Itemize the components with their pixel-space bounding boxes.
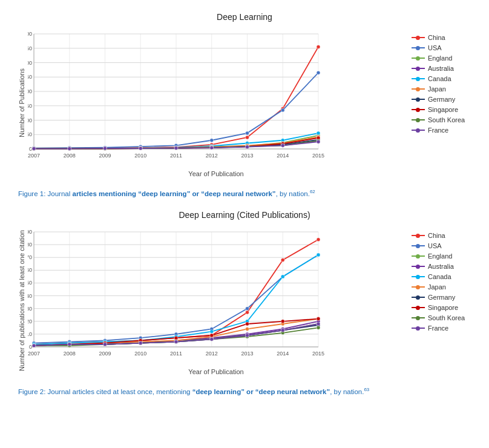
- svg-text:0: 0: [29, 146, 32, 152]
- svg-point-254: [210, 337, 214, 341]
- svg-point-255: [246, 334, 249, 337]
- svg-point-125: [246, 145, 249, 149]
- svg-point-55: [317, 71, 320, 74]
- svg-text:2008: 2008: [64, 153, 76, 159]
- svg-point-121: [103, 147, 107, 150]
- chart2-y-label: Number of publications with at least one…: [18, 230, 25, 371]
- legend-item: South Korea: [412, 116, 471, 124]
- svg-point-119: [32, 147, 36, 151]
- svg-point-257: [317, 322, 320, 326]
- svg-text:400: 400: [28, 31, 32, 37]
- svg-point-120: [68, 147, 71, 151]
- svg-point-176: [317, 238, 320, 242]
- svg-point-127: [317, 140, 320, 143]
- svg-text:2009: 2009: [99, 153, 111, 159]
- svg-point-256: [281, 329, 284, 332]
- svg-text:50: 50: [28, 280, 32, 286]
- legend-item: England: [412, 252, 471, 260]
- svg-point-238: [281, 320, 284, 323]
- svg-point-251: [103, 343, 107, 346]
- figure-caption: Figure 2: Journal articles cited at leas…: [18, 386, 471, 397]
- chart2-x-label: Year of Publication: [28, 368, 404, 375]
- chart1-container: Deep Learning Number of Publications 050…: [18, 12, 471, 177]
- svg-text:250: 250: [28, 74, 32, 80]
- svg-point-44: [246, 136, 249, 139]
- svg-text:2013: 2013: [241, 351, 253, 357]
- legend-item: China: [412, 34, 471, 41]
- legend-item: Germany: [412, 96, 471, 103]
- svg-text:2012: 2012: [206, 351, 218, 357]
- svg-text:90: 90: [28, 229, 32, 235]
- svg-point-54: [281, 108, 284, 112]
- svg-text:2013: 2013: [241, 153, 253, 159]
- svg-point-53: [246, 131, 249, 135]
- legend-item: Australia: [412, 263, 471, 270]
- legend-item: USA: [412, 44, 471, 51]
- svg-text:2009: 2009: [99, 351, 111, 357]
- legend-item: Singapore: [412, 106, 471, 113]
- svg-point-249: [32, 344, 36, 348]
- svg-text:2015: 2015: [312, 153, 324, 159]
- svg-text:2010: 2010: [134, 351, 146, 357]
- legend-item: Canada: [412, 75, 471, 82]
- svg-point-183: [246, 307, 249, 311]
- legend-item: South Korea: [412, 314, 471, 321]
- svg-point-46: [317, 45, 320, 48]
- svg-point-250: [68, 343, 71, 346]
- svg-point-124: [210, 146, 214, 150]
- legend-item: Japan: [412, 283, 471, 291]
- legend-item: Singapore: [412, 304, 471, 311]
- svg-text:2010: 2010: [134, 153, 146, 159]
- svg-text:10: 10: [28, 331, 32, 337]
- legend-item: Australia: [412, 65, 471, 72]
- svg-text:150: 150: [28, 103, 32, 109]
- svg-point-209: [210, 330, 214, 334]
- svg-text:0: 0: [29, 344, 32, 350]
- chart1-y-label: Number of Publications: [18, 68, 25, 137]
- chart1-area: Number of Publications 05010015020025030…: [18, 28, 471, 177]
- chart1-title: Deep Learning: [18, 12, 471, 22]
- svg-text:40: 40: [28, 293, 32, 299]
- svg-point-235: [174, 336, 178, 340]
- svg-text:2014: 2014: [277, 153, 289, 159]
- svg-point-126: [281, 143, 284, 147]
- svg-text:20: 20: [28, 318, 32, 324]
- svg-text:70: 70: [28, 254, 32, 260]
- svg-text:300: 300: [28, 60, 32, 66]
- chart2-container: Deep Learning (Cited Publications) Numbe…: [18, 210, 471, 375]
- svg-text:2007: 2007: [28, 351, 40, 357]
- svg-text:2007: 2007: [28, 153, 40, 159]
- svg-point-252: [139, 341, 142, 345]
- svg-text:2008: 2008: [64, 351, 76, 357]
- legend-item: France: [412, 127, 471, 134]
- chart1-x-label: Year of Publication: [28, 170, 404, 177]
- legend-item: China: [412, 232, 471, 239]
- svg-point-239: [317, 317, 320, 321]
- svg-point-248: [317, 326, 320, 329]
- svg-point-122: [139, 147, 142, 150]
- svg-text:2011: 2011: [170, 153, 182, 159]
- svg-text:50: 50: [28, 131, 32, 137]
- svg-text:2015: 2015: [312, 351, 324, 357]
- svg-point-175: [281, 259, 284, 262]
- legend-item: France: [412, 324, 471, 332]
- chart2-title: Deep Learning (Cited Publications): [18, 210, 471, 220]
- svg-text:350: 350: [28, 45, 32, 51]
- svg-point-82: [317, 131, 320, 135]
- svg-point-123: [174, 147, 178, 150]
- svg-text:60: 60: [28, 267, 32, 273]
- svg-point-236: [210, 334, 214, 337]
- chart2-svg: 0102030405060708090200720082009201020112…: [28, 226, 404, 375]
- legend-item: Japan: [412, 85, 471, 93]
- svg-point-211: [281, 275, 284, 278]
- svg-text:2014: 2014: [277, 351, 289, 357]
- svg-text:2011: 2011: [170, 351, 182, 357]
- legend: China USA England Australia Canada: [404, 226, 471, 375]
- legend: China USA England Australia Canada: [404, 28, 471, 177]
- chart2-area: Number of publications with at least one…: [18, 226, 471, 375]
- legend-item: USA: [412, 242, 471, 249]
- legend-item: Germany: [412, 294, 471, 301]
- legend-item: England: [412, 54, 471, 62]
- chart2-and-legend: 0102030405060708090200720082009201020112…: [28, 226, 471, 375]
- svg-text:80: 80: [28, 242, 32, 248]
